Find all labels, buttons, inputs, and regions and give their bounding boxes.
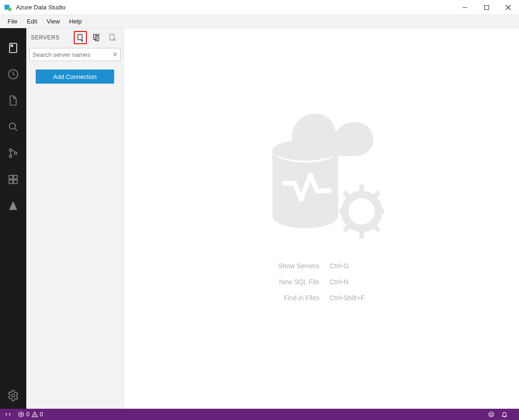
svg-point-28 bbox=[272, 140, 338, 161]
activity-settings[interactable] bbox=[0, 382, 26, 409]
svg-rect-14 bbox=[9, 175, 13, 179]
svg-point-44 bbox=[490, 413, 491, 414]
sidebar: SERVERS ✕ Add Connection bbox=[26, 28, 124, 409]
shortcut-label: Show Servers bbox=[279, 262, 319, 270]
status-errors-count: 0 bbox=[26, 411, 30, 418]
search-servers-box[interactable]: ✕ bbox=[29, 48, 121, 61]
shortcut-key: Ctrl+N bbox=[330, 278, 365, 286]
svg-rect-3 bbox=[485, 5, 489, 9]
svg-point-27 bbox=[113, 39, 116, 41]
activity-extensions[interactable] bbox=[0, 166, 26, 193]
svg-rect-6 bbox=[9, 43, 16, 53]
svg-rect-19 bbox=[78, 34, 82, 39]
menu-help[interactable]: Help bbox=[64, 16, 86, 27]
svg-rect-33 bbox=[376, 209, 384, 214]
svg-point-29 bbox=[349, 199, 374, 224]
svg-point-43 bbox=[489, 412, 494, 417]
sidebar-title: SERVERS bbox=[31, 34, 71, 41]
svg-rect-7 bbox=[11, 45, 13, 47]
status-problems[interactable]: 0 0 bbox=[18, 411, 43, 418]
activity-search[interactable] bbox=[0, 114, 26, 140]
activity-servers[interactable] bbox=[0, 35, 26, 61]
menu-edit[interactable]: Edit bbox=[22, 16, 42, 27]
status-warnings-count: 0 bbox=[40, 411, 43, 418]
menu-view[interactable]: View bbox=[42, 16, 64, 27]
status-feedback[interactable] bbox=[488, 411, 495, 418]
status-notifications[interactable] bbox=[501, 411, 508, 418]
activity-task-history[interactable] bbox=[0, 61, 26, 87]
shortcut-key: Ctrl+Shift+F bbox=[330, 294, 365, 302]
svg-rect-32 bbox=[339, 209, 348, 214]
activity-bar bbox=[0, 28, 26, 409]
clear-search-icon[interactable]: ✕ bbox=[111, 51, 119, 58]
add-connection-button[interactable]: Add Connection bbox=[36, 70, 114, 84]
close-button[interactable] bbox=[497, 0, 519, 15]
svg-rect-16 bbox=[9, 180, 13, 184]
svg-rect-31 bbox=[359, 230, 364, 239]
menu-file[interactable]: File bbox=[3, 16, 22, 27]
minimize-button[interactable] bbox=[454, 0, 476, 15]
show-active-connections-icon[interactable] bbox=[106, 31, 119, 44]
activity-azure[interactable] bbox=[0, 193, 26, 219]
menu-bar: File Edit View Help bbox=[0, 15, 519, 28]
svg-rect-26 bbox=[110, 34, 114, 40]
new-server-group-icon[interactable] bbox=[90, 31, 103, 44]
shortcut-label: New SQL File bbox=[279, 278, 319, 286]
svg-line-10 bbox=[15, 128, 17, 131]
svg-point-45 bbox=[492, 413, 492, 414]
status-remote[interactable] bbox=[5, 411, 11, 418]
svg-rect-17 bbox=[14, 180, 17, 184]
shortcut-label: Find in Files bbox=[279, 294, 319, 302]
svg-point-1 bbox=[8, 8, 12, 11]
svg-rect-15 bbox=[14, 175, 17, 179]
sidebar-header: SERVERS bbox=[26, 28, 124, 47]
activity-source-control[interactable] bbox=[0, 140, 26, 166]
svg-point-11 bbox=[9, 149, 12, 151]
title-bar: Azure Data Studio bbox=[0, 0, 519, 15]
svg-point-12 bbox=[9, 155, 12, 157]
maximize-button[interactable] bbox=[476, 0, 497, 15]
svg-point-42 bbox=[34, 416, 35, 416]
activity-explorer[interactable] bbox=[0, 87, 26, 114]
editor-welcome: Show Servers Ctrl+G New SQL File Ctrl+N … bbox=[124, 28, 519, 409]
new-connection-icon[interactable] bbox=[74, 31, 87, 44]
window-title: Azure Data Studio bbox=[16, 4, 66, 11]
svg-rect-30 bbox=[359, 184, 364, 193]
main-area: SERVERS ✕ Add Connection bbox=[0, 28, 519, 409]
shortcut-key: Ctrl+G bbox=[330, 262, 365, 270]
search-servers-input[interactable] bbox=[32, 51, 111, 58]
status-bar: 0 0 bbox=[0, 409, 519, 420]
watermark-icon bbox=[247, 89, 397, 249]
app-icon bbox=[4, 3, 12, 12]
svg-point-9 bbox=[9, 123, 15, 129]
welcome-shortcuts: Show Servers Ctrl+G New SQL File Ctrl+N … bbox=[279, 262, 365, 302]
svg-point-18 bbox=[12, 394, 15, 397]
